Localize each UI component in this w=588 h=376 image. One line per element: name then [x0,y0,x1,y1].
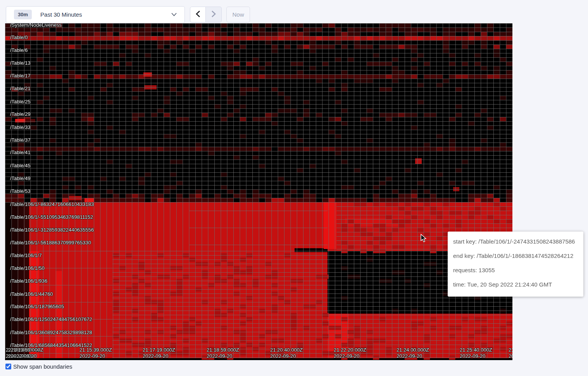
keyspace-heatmap-canvas[interactable] [5,23,512,360]
chevron-right-icon [211,10,216,19]
tooltip-end-key: end key: /Table/106/1/-18683814745282642… [453,251,578,260]
time-range-select[interactable]: 30m Past 30 Minutes [6,6,185,23]
prev-time-button[interactable] [190,7,206,22]
tooltip-time: time: Tue, 20 Sep 2022 21:24:40 GMT [453,280,578,289]
footer: Show span boundaries [5,363,72,370]
now-button[interactable]: Now [226,7,250,22]
tooltip-requests: requests: 13055 [453,266,578,275]
chevron-left-icon [196,10,200,19]
tooltip-start-key: start key: /Table/106/1/-247433150824388… [453,237,578,246]
time-range-badge: 30m [14,10,32,19]
time-nav-group [190,7,222,22]
time-range-label: Past 30 Minutes [40,11,82,18]
next-time-button[interactable] [206,7,222,22]
chevron-down-icon [171,13,177,16]
show-span-boundaries-label: Show span boundaries [13,363,72,370]
heatmap-tooltip: start key: /Table/106/1/-247433150824388… [448,232,583,297]
show-span-boundaries-checkbox[interactable] [5,364,11,369]
toolbar: 30m Past 30 Minutes Now [0,0,588,23]
key-visualizer[interactable]: /System/NodeLiveness/Table/0/Table/6/Tab… [5,23,512,360]
